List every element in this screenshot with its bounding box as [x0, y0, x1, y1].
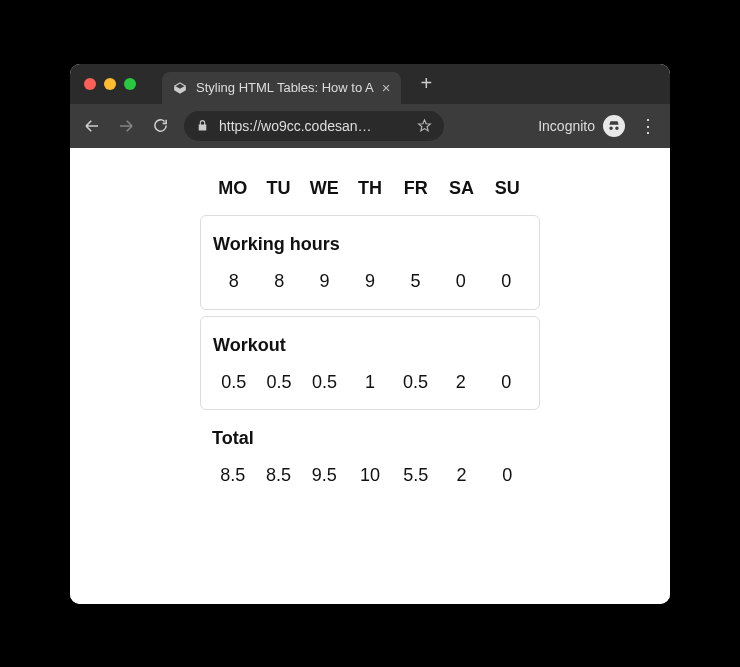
- cell: 0: [484, 459, 530, 493]
- cell: 1: [347, 366, 392, 400]
- kebab-menu-button[interactable]: ⋮: [639, 115, 658, 137]
- cell: 9.5: [301, 459, 347, 493]
- cell: 0: [484, 366, 529, 400]
- favicon-icon: [172, 80, 188, 96]
- incognito-icon: [603, 115, 625, 137]
- cell: 9: [302, 265, 347, 299]
- browser-tab[interactable]: Styling HTML Tables: How to A ×: [162, 72, 401, 104]
- incognito-indicator: Incognito: [538, 115, 625, 137]
- col-header: TU: [256, 172, 302, 206]
- cell: 0.5: [393, 366, 438, 400]
- cell: 8: [256, 265, 301, 299]
- bookmark-icon[interactable]: [417, 118, 432, 133]
- address-bar[interactable]: https://wo9cc.codesan…: [184, 111, 444, 141]
- col-header: SU: [484, 172, 530, 206]
- cell: 0: [438, 265, 483, 299]
- section-title: Workout: [211, 331, 529, 366]
- col-header: SA: [439, 172, 485, 206]
- cell: 5: [393, 265, 438, 299]
- cell: 0.5: [211, 366, 256, 400]
- forward-button[interactable]: [116, 116, 136, 136]
- table-header-row: MO TU WE TH FR SA SU: [200, 172, 540, 206]
- browser-window: Styling HTML Tables: How to A × + https:…: [70, 64, 670, 604]
- window-controls: [84, 78, 136, 90]
- maximize-window-button[interactable]: [124, 78, 136, 90]
- toolbar: https://wo9cc.codesan… Incognito ⋮: [70, 104, 670, 148]
- cell: 10: [347, 459, 393, 493]
- section-title: Total: [210, 424, 530, 459]
- cell: 8.5: [256, 459, 302, 493]
- col-header: WE: [301, 172, 347, 206]
- cell: 5.5: [393, 459, 439, 493]
- tab-title: Styling HTML Tables: How to A: [196, 80, 374, 95]
- incognito-label: Incognito: [538, 118, 595, 134]
- col-header: TH: [347, 172, 393, 206]
- table-row: 8 8 9 9 5 0 0: [211, 265, 529, 299]
- close-window-button[interactable]: [84, 78, 96, 90]
- back-button[interactable]: [82, 116, 102, 136]
- table-row: 8.5 8.5 9.5 10 5.5 2 0: [210, 459, 530, 493]
- schedule-table: MO TU WE TH FR SA SU Working hours 8 8 9…: [200, 172, 540, 604]
- cell: 2: [438, 366, 483, 400]
- url-text: https://wo9cc.codesan…: [219, 118, 407, 134]
- close-tab-button[interactable]: ×: [382, 80, 391, 95]
- titlebar: Styling HTML Tables: How to A × +: [70, 64, 670, 104]
- lock-icon: [196, 119, 209, 132]
- reload-button[interactable]: [150, 116, 170, 136]
- page-content: MO TU WE TH FR SA SU Working hours 8 8 9…: [70, 148, 670, 604]
- cell: 0.5: [302, 366, 347, 400]
- section-title: Working hours: [211, 230, 529, 265]
- table-row: 0.5 0.5 0.5 1 0.5 2 0: [211, 366, 529, 400]
- working-hours-section: Working hours 8 8 9 9 5 0 0: [200, 215, 540, 310]
- cell: 2: [439, 459, 485, 493]
- cell: 0.5: [256, 366, 301, 400]
- cell: 9: [347, 265, 392, 299]
- col-header: FR: [393, 172, 439, 206]
- cell: 8.5: [210, 459, 256, 493]
- total-section: Total 8.5 8.5 9.5 10 5.5 2 0: [200, 410, 540, 503]
- new-tab-button[interactable]: +: [421, 72, 433, 95]
- minimize-window-button[interactable]: [104, 78, 116, 90]
- cell: 0: [484, 265, 529, 299]
- cell: 8: [211, 265, 256, 299]
- workout-section: Workout 0.5 0.5 0.5 1 0.5 2 0: [200, 316, 540, 411]
- col-header: MO: [210, 172, 256, 206]
